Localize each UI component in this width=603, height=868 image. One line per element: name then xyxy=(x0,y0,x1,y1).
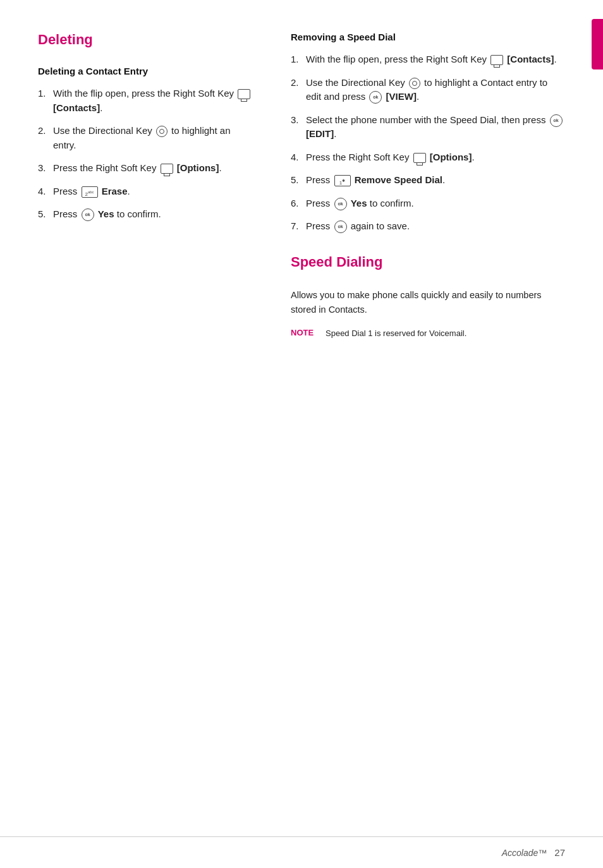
step-text: With the flip open, press the Right Soft… xyxy=(306,52,565,67)
contacts-label: [Contacts] xyxy=(53,102,100,113)
step-text: Press ok Yes to confirm. xyxy=(306,196,565,211)
step-5: 5. Press 1✱ Remove Speed Dial. xyxy=(291,173,565,188)
ok-icon: ok xyxy=(334,220,347,233)
step-3: 3. Press the Right Soft Key [Options]. xyxy=(38,161,253,176)
softkey-icon xyxy=(490,55,503,65)
softkey-icon xyxy=(413,153,426,163)
step-num: 4. xyxy=(38,184,53,198)
step-num: 7. xyxy=(291,219,306,233)
ok-icon: ok xyxy=(550,114,563,127)
step-text: Press 1✱ Remove Speed Dial. xyxy=(306,173,565,188)
removing-speed-dial-steps: 1. With the flip open, press the Right S… xyxy=(291,52,565,234)
edit-label: [EDIT] xyxy=(306,128,334,139)
brand-name: Accolade™ xyxy=(502,848,547,858)
speed-dialing-section: Speed Dialing Allows you to make phone c… xyxy=(291,254,565,340)
directional-key-icon xyxy=(156,126,168,137)
contacts-label: [Contacts] xyxy=(507,54,554,64)
step-text: Press ok Yes to confirm. xyxy=(53,207,253,222)
step-text: Use the Directional Key to highlight an … xyxy=(53,124,253,152)
step-num: 5. xyxy=(38,207,53,221)
speed-dialing-intro: Allows you to make phone calls quickly a… xyxy=(291,288,565,317)
note-section: NOTE Speed Dial 1 is reserved for Voicem… xyxy=(291,327,565,340)
step-num: 6. xyxy=(291,196,306,210)
right-tab xyxy=(592,19,603,69)
step-4: 4. Press the Right Soft Key [Options]. xyxy=(291,150,565,165)
step-text: Press 2abc Erase. xyxy=(53,184,253,199)
footer: Accolade™ 27 xyxy=(0,836,603,868)
options-label: [Options] xyxy=(430,152,472,162)
left-column: Deleting Deleting a Contact Entry 1. Wit… xyxy=(38,32,278,339)
step-text: Press ok again to save. xyxy=(306,219,565,234)
ok-icon: ok xyxy=(334,198,347,210)
deleting-contact-steps: 1. With the flip open, press the Right S… xyxy=(38,87,253,222)
step-text: Select the phone number with the Speed D… xyxy=(306,113,565,142)
note-label: NOTE xyxy=(291,328,326,337)
step-num: 1. xyxy=(38,87,53,100)
step-num: 3. xyxy=(291,113,306,127)
step-6: 6. Press ok Yes to confirm. xyxy=(291,196,565,211)
softkey-icon xyxy=(161,164,173,174)
step-num: 1. xyxy=(291,52,306,66)
speed-dialing-title: Speed Dialing xyxy=(291,254,565,270)
step-num: 4. xyxy=(291,150,306,164)
step-text: Press the Right Soft Key [Options]. xyxy=(53,161,253,176)
options-label: [Options] xyxy=(177,162,219,173)
step-text: Use the Directional Key to highlight a C… xyxy=(306,76,565,104)
step-7: 7. Press ok again to save. xyxy=(291,219,565,234)
page-number: 27 xyxy=(554,847,565,858)
softkey-icon xyxy=(238,89,250,99)
note-text: Speed Dial 1 is reserved for Voicemail. xyxy=(326,327,466,340)
view-label: [VIEW] xyxy=(386,91,417,102)
step-3: 3. Select the phone number with the Spee… xyxy=(291,113,565,142)
step-5: 5. Press ok Yes to confirm. xyxy=(38,207,253,222)
step-4: 4. Press 2abc Erase. xyxy=(38,184,253,199)
ok-icon: ok xyxy=(82,208,94,221)
step-1: 1. With the flip open, press the Right S… xyxy=(38,87,253,115)
directional-key-icon xyxy=(409,78,420,89)
step-1: 1. With the flip open, press the Right S… xyxy=(291,52,565,67)
section-title-deleting: Deleting xyxy=(38,32,253,48)
step-num: 5. xyxy=(291,173,306,187)
step-text: With the flip open, press the Right Soft… xyxy=(53,87,253,115)
step-text: Press the Right Soft Key [Options]. xyxy=(306,150,565,165)
right-column: Removing a Speed Dial 1. With the flip o… xyxy=(278,32,565,339)
step-num: 3. xyxy=(38,161,53,175)
step-2: 2. Use the Directional Key to highlight … xyxy=(38,124,253,152)
ok-icon: ok xyxy=(369,91,382,104)
step-num: 2. xyxy=(38,124,53,138)
subsection-title-removing-speed-dial: Removing a Speed Dial xyxy=(291,32,565,42)
2abc-key-icon: 2abc xyxy=(82,186,98,198)
1hash-key-icon: 1✱ xyxy=(334,175,351,186)
subsection-title-deleting-contact: Deleting a Contact Entry xyxy=(38,66,253,76)
step-num: 2. xyxy=(291,76,306,90)
step-2: 2. Use the Directional Key to highlight … xyxy=(291,76,565,104)
